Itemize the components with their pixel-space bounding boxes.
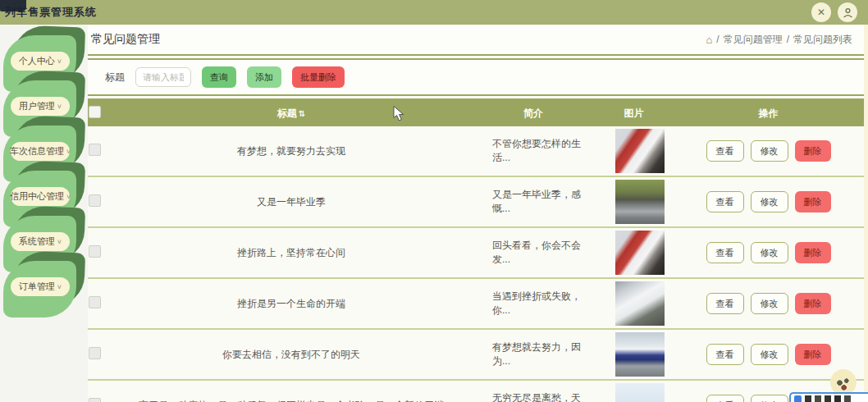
row-checkbox[interactable] (89, 245, 101, 258)
user-icon (843, 7, 853, 18)
section-divider (72, 94, 864, 100)
breadcrumb-item-current: 常见问题列表 (793, 33, 852, 47)
chevron-down-icon: ˅ (66, 148, 71, 156)
row-checkbox[interactable] (89, 347, 101, 359)
title-search-input[interactable] (135, 67, 191, 87)
sidebar-item-label[interactable]: 用户管理˅ (11, 97, 70, 116)
edit-button[interactable]: 修改 (751, 140, 788, 162)
table-header-row: 标题⇅ 简介 图片 操作 (78, 100, 864, 126)
watermark-logo-icon (794, 395, 802, 402)
chevron-down-icon: ˅ (57, 238, 62, 246)
view-button[interactable]: 查看 (706, 395, 744, 402)
sidebar-item-label[interactable]: 订单管理˅ (11, 277, 70, 296)
add-button[interactable]: 添加 (247, 66, 281, 88)
row-intro: 无穷无尽是离愁，天涯... (472, 380, 595, 402)
view-button[interactable]: 查看 (706, 344, 744, 365)
edit-button[interactable]: 修改 (751, 293, 788, 314)
row-intro: 有梦想就去努力，因为... (472, 329, 595, 380)
delete-button[interactable]: 删除 (795, 344, 831, 365)
delete-button[interactable]: 删除 (795, 242, 831, 263)
close-icon: ✕ (817, 7, 825, 18)
row-image (615, 281, 665, 326)
column-header-image: 图片 (595, 100, 673, 126)
chevron-down-icon: ˅ (57, 283, 62, 291)
row-title: 又是一年毕业季 (111, 176, 472, 227)
delete-button[interactable]: 删除 (795, 293, 831, 314)
chevron-down-icon: ˅ (66, 193, 71, 201)
table-row: 离开是一种痛苦，是一种勇气，但同样也是一个考验，是一个新的开端无穷无尽是离愁，天… (78, 380, 864, 402)
delete-button[interactable]: 删除 (795, 140, 831, 162)
batch-delete-button[interactable]: 批量删除 (292, 66, 345, 88)
sort-icon[interactable]: ⇅ (299, 109, 305, 118)
delete-button[interactable]: 删除 (795, 191, 831, 212)
row-title: 挫折路上，坚持常在心间 (111, 227, 472, 278)
row-title: 离开是一种痛苦，是一种勇气，但同样也是一个考验，是一个新的开端 (111, 380, 472, 402)
row-checkbox[interactable] (89, 144, 101, 156)
sidebar-item-label[interactable]: 车次信息管理˅ (11, 142, 70, 161)
search-label: 标题 (105, 71, 125, 85)
edit-button[interactable]: 修改 (751, 395, 788, 402)
row-image (615, 129, 665, 173)
column-header-title[interactable]: 标题⇅ (111, 100, 472, 126)
edit-button[interactable]: 修改 (751, 344, 788, 365)
table-row: 你要去相信，没有到不了的明天有梦想就去努力，因为...查看修改删除 (78, 329, 864, 380)
sidebar-item-label[interactable]: 个人中心˅ (11, 52, 70, 71)
breadcrumb-separator: / (787, 34, 789, 45)
row-intro: 又是一年毕业季，感慨... (472, 176, 595, 227)
page-header: 常见问题管理 ⌂ / 常见问题管理 / 常见问题列表 (72, 25, 864, 54)
row-title: 有梦想，就要努力去实现 (111, 126, 472, 176)
table-row: 有梦想，就要努力去实现不管你想要怎样的生活...查看修改删除 (78, 126, 864, 176)
row-image (615, 180, 665, 224)
table-row: 挫折是另一个生命的开端当遇到挫折或失败，你...查看修改删除 (78, 278, 864, 329)
view-button[interactable]: 查看 (706, 242, 744, 263)
search-toolbar: 标题 查询 添加 批量删除 (72, 60, 864, 94)
row-image (615, 332, 665, 377)
row-title: 你要去相信，没有到不了的明天 (111, 329, 472, 380)
watermark-strip (789, 392, 868, 402)
edit-button[interactable]: 修改 (751, 191, 788, 212)
close-button[interactable]: ✕ (811, 2, 831, 22)
breadcrumb-item-parent[interactable]: 常见问题管理 (724, 33, 783, 47)
column-header-actions: 操作 (673, 100, 864, 126)
row-intro: 回头看看，你会不会发... (472, 227, 595, 278)
main-panel: 常见问题管理 ⌂ / 常见问题管理 / 常见问题列表 标题 查询 添加 批量删除… (72, 25, 864, 402)
sidebar-item-label[interactable]: 系统管理˅ (11, 232, 70, 251)
home-icon[interactable]: ⌂ (706, 34, 712, 46)
chevron-down-icon: ˅ (57, 57, 62, 66)
topbar: 列车售票管理系统 ✕ (0, 0, 868, 25)
chevron-down-icon: ˅ (57, 103, 62, 111)
view-button[interactable]: 查看 (706, 191, 744, 212)
page-title: 常见问题管理 (91, 32, 160, 47)
row-title: 挫折是另一个生命的开端 (111, 278, 472, 329)
table-row: 挫折路上，坚持常在心间回头看看，你会不会发...查看修改删除 (78, 227, 864, 278)
row-intro: 当遇到挫折或失败，你... (472, 278, 595, 329)
column-header-intro: 简介 (472, 100, 595, 126)
topbar-actions: ✕ (811, 2, 857, 22)
mouse-cursor (393, 106, 406, 121)
row-image (615, 231, 665, 275)
row-intro: 不管你想要怎样的生活... (472, 126, 595, 176)
sidebar-item-5[interactable]: 订单管理˅ (3, 252, 85, 317)
view-button[interactable]: 查看 (706, 140, 744, 162)
select-all-checkbox[interactable] (89, 106, 101, 118)
breadcrumb-separator: / (716, 34, 719, 45)
query-button[interactable]: 查询 (202, 66, 236, 88)
sidebar: 个人中心˅用户管理˅车次信息管理˅信用中心管理˅系统管理˅订单管理˅ (0, 25, 88, 402)
section-divider (72, 54, 864, 60)
user-button[interactable] (838, 2, 857, 22)
edit-button[interactable]: 修改 (751, 242, 788, 263)
row-image (615, 383, 665, 402)
row-checkbox[interactable] (89, 296, 101, 308)
row-checkbox[interactable] (89, 398, 101, 402)
view-button[interactable]: 查看 (706, 293, 744, 314)
watermark-blob (0, 0, 26, 11)
faq-table: 标题⇅ 简介 图片 操作 有梦想，就要努力去实现不管你想要怎样的生活...查看修… (78, 100, 864, 402)
table-row: 又是一年毕业季又是一年毕业季，感慨...查看修改删除 (78, 176, 864, 227)
sidebar-item-label[interactable]: 信用中心管理˅ (11, 187, 70, 206)
row-checkbox[interactable] (89, 194, 101, 207)
breadcrumb: ⌂ / 常见问题管理 / 常见问题列表 (706, 33, 852, 47)
